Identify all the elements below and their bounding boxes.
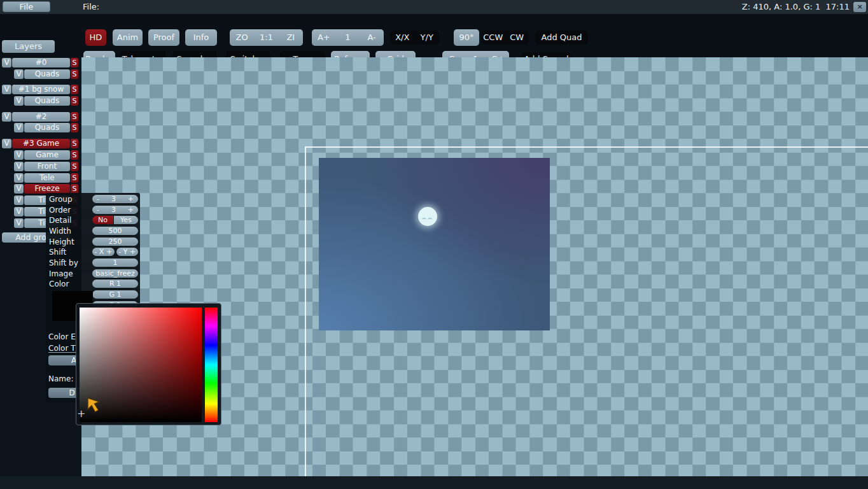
button-part-ccw[interactable]: CCW (481, 31, 505, 45)
visibility-toggle[interactable]: V (14, 173, 24, 183)
prop-label: Width (49, 227, 71, 236)
visibility-toggle[interactable]: V (14, 184, 24, 194)
status-readout: Z: 410, A: 1.0, G: 1 17:11 (742, 2, 850, 11)
layer-label[interactable]: #2 (12, 112, 70, 122)
visibility-toggle[interactable]: V (14, 123, 24, 132)
solo-toggle[interactable]: S (71, 162, 78, 171)
button-part-zo[interactable]: ZO (230, 29, 254, 46)
prop-shift-by: Shift by1 (46, 259, 140, 267)
prop-stepper[interactable]: -3+ (92, 195, 138, 203)
layer-group-row: V#2S (0, 112, 81, 122)
prop-label: Group (49, 195, 73, 204)
solo-toggle[interactable]: S (71, 112, 78, 122)
button-90[interactable]: 90° (454, 29, 479, 46)
solo-toggle[interactable]: S (71, 85, 78, 94)
layer-label[interactable]: Quads (24, 96, 70, 106)
solo-toggle[interactable]: S (71, 69, 78, 79)
visibility-toggle[interactable]: V (2, 85, 11, 94)
button-ccw-cw[interactable]: CCWCW (481, 31, 529, 45)
file-menu-button[interactable]: File (3, 1, 50, 12)
file-path-label: File: (83, 2, 99, 11)
sv-selection-marker: + (77, 408, 85, 420)
button-add-quad[interactable]: Add Quad (535, 31, 588, 45)
layer-label[interactable]: #3 Game (12, 139, 70, 148)
layer-group-row: V#0S (0, 58, 81, 67)
button-part-x-x[interactable]: X/X (390, 31, 415, 45)
stepper-plus-button[interactable]: + (128, 195, 134, 203)
layer-label[interactable]: Freeze (24, 184, 70, 194)
solo-toggle[interactable]: S (71, 184, 78, 194)
button-part-cw[interactable]: CW (505, 31, 529, 45)
visibility-toggle[interactable]: V (14, 195, 24, 205)
layers-panel-title[interactable]: Layers (2, 40, 55, 53)
button-anim[interactable]: Anim (113, 29, 143, 46)
visibility-toggle[interactable]: V (14, 96, 24, 106)
button-proof[interactable]: Proof (148, 29, 179, 46)
close-button[interactable]: × (853, 2, 866, 12)
prop-order: Order-3+ (46, 206, 140, 215)
toggle-no-option[interactable]: No (92, 216, 113, 224)
layer-label[interactable]: Game (24, 150, 70, 160)
prop-color: ColorR 1 (46, 280, 140, 288)
visibility-toggle[interactable]: V (14, 207, 24, 216)
prop-value-button[interactable]: 500 (92, 227, 138, 235)
visibility-toggle[interactable]: V (2, 112, 11, 122)
prop-value-button[interactable]: 250 (92, 237, 138, 246)
color-picker-popup: + (76, 303, 221, 425)
solo-toggle[interactable]: S (71, 139, 78, 148)
layer-label[interactable]: #1 bg snow (12, 85, 70, 94)
button-x-x-y-y[interactable]: X/XY/Y (390, 31, 439, 45)
layer-row: VTeleS (0, 173, 81, 183)
layer-row: VQuadsS (0, 123, 81, 132)
button-a-1-a[interactable]: A+1A- (312, 29, 384, 46)
layer-label[interactable]: Tele (24, 173, 70, 183)
visibility-toggle[interactable]: V (2, 139, 11, 148)
prop-label: Detail (49, 216, 71, 225)
visibility-toggle[interactable]: V (14, 218, 24, 228)
prop-value-button[interactable]: G 1 (92, 290, 138, 299)
prop-label: Shift by (49, 259, 78, 267)
map-border-line-horizontal (305, 146, 868, 148)
shift-y-control[interactable]: - Y + (116, 248, 139, 256)
quad-image[interactable] (319, 158, 550, 330)
divider (48, 352, 78, 353)
button-zo-1-1-zi[interactable]: ZO1:1ZI (230, 29, 303, 46)
map-border-line-vertical (305, 146, 306, 476)
visibility-toggle[interactable]: V (2, 58, 11, 67)
prop-value-button[interactable]: 1 (92, 259, 138, 267)
hue-bar[interactable] (205, 308, 218, 422)
visibility-toggle[interactable]: V (14, 162, 24, 171)
prop-value-button[interactable]: basic_freez (92, 269, 138, 278)
solo-toggle[interactable]: S (71, 173, 78, 183)
top-bar: File File: Z: 410, A: 1.0, G: 1 17:11 × (0, 0, 868, 14)
stepper-minus-button[interactable]: - (97, 195, 99, 203)
button-part-y-y[interactable]: Y/Y (415, 31, 440, 45)
layer-label[interactable]: Front (24, 162, 70, 171)
solo-toggle[interactable]: S (71, 150, 78, 160)
button-part-1[interactable]: 1 (336, 29, 360, 46)
button-hd[interactable]: HD (85, 29, 106, 46)
solo-toggle[interactable]: S (71, 96, 78, 106)
prop-toggle: NoYes (92, 216, 138, 224)
button-part-a[interactable]: A- (360, 29, 384, 46)
prop-value-button[interactable]: R 1 (92, 280, 138, 288)
mouse-cursor-icon (87, 396, 101, 413)
color-to-label: Color T (48, 344, 75, 353)
stepper-minus-button[interactable]: - (97, 206, 99, 214)
toggle-yes-option[interactable]: Yes (114, 216, 138, 224)
button-part-zi[interactable]: ZI (279, 29, 303, 46)
prop-group: Group-3+ (46, 195, 140, 204)
prop-stepper[interactable]: -3+ (92, 206, 138, 214)
shift-x-control[interactable]: - X + (92, 248, 115, 256)
visibility-toggle[interactable]: V (14, 69, 24, 79)
button-part-1-1[interactable]: 1:1 (254, 29, 278, 46)
solo-toggle[interactable]: S (71, 123, 78, 132)
stepper-plus-button[interactable]: + (128, 206, 134, 214)
solo-toggle[interactable]: S (71, 58, 78, 67)
button-info[interactable]: Info (185, 29, 217, 46)
layer-label[interactable]: Quads (24, 69, 70, 79)
button-part-a[interactable]: A+ (312, 29, 336, 46)
visibility-toggle[interactable]: V (14, 150, 24, 160)
layer-label[interactable]: Quads (24, 123, 70, 132)
layer-label[interactable]: #0 (12, 58, 70, 67)
